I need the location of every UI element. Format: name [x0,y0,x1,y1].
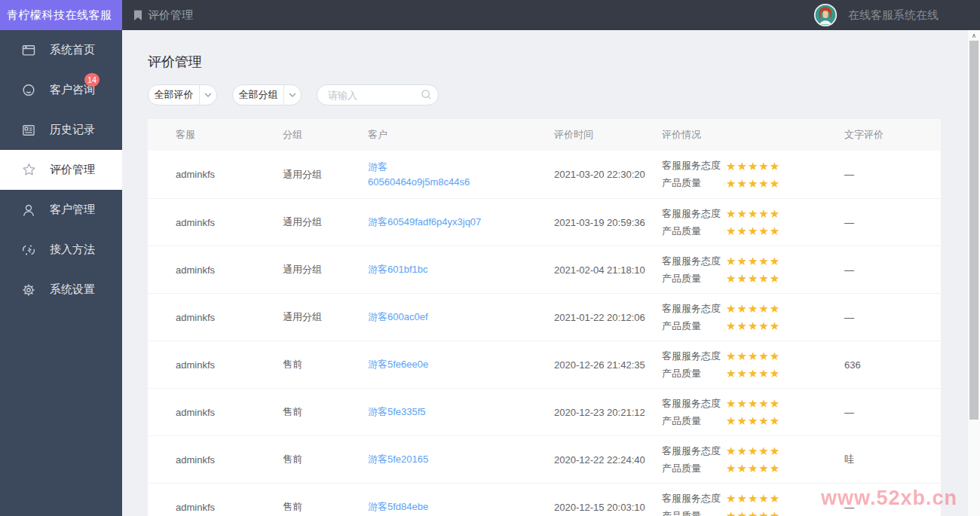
time-cell: 2020-12-26 21:42:35 [554,359,662,371]
history-icon [20,122,37,139]
search-box [317,84,439,105]
agent-cell: adminkfs [176,454,283,466]
sidebar-item-label: 系统首页 [50,43,95,57]
sidebar-item-consult[interactable]: 客户咨询 14 [0,70,122,110]
product-star-rating: ★★★★★ [726,320,780,331]
sidebar-item-reviews[interactable]: 评价管理 [0,150,122,190]
main-content: 评价管理 全部评价 全部分组 客服 分组 客户 评价时间 [122,30,980,516]
service-star-rating: ★★★★★ [726,350,780,362]
col-header-text: 文字评价 [844,128,941,142]
group-cell: 通用分组 [283,263,368,276]
customer-link[interactable]: 游客5fe335f5 [368,405,488,420]
table-body: adminkfs 通用分组 游客60560464o9j5m8c44s6 2021… [148,151,941,516]
group-cell: 售前 [283,500,368,514]
product-star-rating: ★★★★★ [726,510,780,516]
vertical-scrollbar[interactable]: ∧ [967,30,980,516]
search-icon [421,89,432,103]
rating-cell: 客服服务态度 ★★★★★ 产品质量 ★★★★★ [662,205,844,240]
table-row: adminkfs 售前 游客5fd84ebe 2020-12-15 20:03:… [148,483,941,516]
group-cell: 售前 [283,358,368,371]
sidebar-item-customers[interactable]: 客户管理 [0,190,122,230]
filter-bar: 全部评价 全部分组 [148,84,980,105]
agent-cell: adminkfs [176,407,283,418]
text-review-cell: — [844,312,941,323]
chevron-down-icon [283,85,301,105]
table-row: adminkfs 通用分组 游客60560464o9j5m8c44s6 2021… [148,151,941,198]
service-rating-label: 客服服务态度 [662,159,726,173]
product-rating-label: 产品质量 [662,462,726,475]
product-rating-label: 产品质量 [662,414,726,428]
product-star-rating: ★★★★★ [726,225,780,237]
user-status: 在线客服系统在线 [848,8,939,23]
customer-link[interactable]: 游客5fe6ee0e [368,357,488,372]
group-cell: 售前 [283,453,368,466]
product-rating-label: 产品质量 [662,319,726,333]
reviews-table: 客服 分组 客户 评价时间 评价情况 文字评价 adminkfs 通用分组 游客… [148,119,941,516]
star-icon [20,162,37,179]
group-filter-select[interactable]: 全部分组 [232,84,302,105]
app-logo: 青柠檬科技在线客服 [0,0,122,30]
time-cell: 2020-12-23 20:21:12 [554,407,662,418]
table-row: adminkfs 通用分组 游客60549fadf6p4yx3jq07 2021… [148,198,941,246]
text-review-cell: — [844,407,941,418]
time-cell: 2020-12-15 20:03:10 [554,502,662,513]
user-menu[interactable]: 在线客服系统在线 [813,3,980,27]
customer-link[interactable]: 游客60549fadf6p4yx3jq07 [368,215,488,230]
bookmark-icon [133,10,143,21]
service-rating-label: 客服服务态度 [662,350,726,363]
scroll-up-arrow-icon[interactable]: ∧ [968,30,980,41]
product-star-rating: ★★★★★ [726,273,780,284]
rating-filter-select[interactable]: 全部评价 [148,84,217,105]
rating-filter-value: 全部评价 [149,88,199,102]
service-star-rating: ★★★★★ [726,160,780,172]
connect-icon [20,242,37,258]
table-row: adminkfs 售前 游客5fe335f5 2020-12-23 20:21:… [148,388,941,435]
service-star-rating: ★★★★★ [726,493,780,504]
sidebar-item-history[interactable]: 历史记录 [0,110,122,150]
sidebar: 系统首页 客户咨询 14 历史记录 评价管理 [0,30,122,516]
service-rating-label: 客服服务态度 [662,492,726,505]
time-cell: 2021-03-20 22:30:20 [554,169,662,180]
sidebar-item-integration[interactable]: 接入方法 [0,230,122,270]
rating-cell: 客服服务态度 ★★★★★ 产品质量 ★★★★★ [662,300,844,334]
table-row: adminkfs 售前 游客5fe6ee0e 2020-12-26 21:42:… [148,340,941,388]
text-review-cell: — [844,217,941,228]
agent-cell: adminkfs [176,217,283,228]
customer-link[interactable]: 游客60560464o9j5m8c44s6 [368,160,488,190]
group-cell: 通用分组 [283,168,368,182]
customer-link[interactable]: 游客601bf1bc [368,262,488,277]
service-rating-label: 客服服务态度 [662,397,726,411]
chat-icon [20,82,37,99]
col-header-time: 评价时间 [554,128,662,142]
avatar [813,3,838,27]
customer-link[interactable]: 游客600ac0ef [368,310,488,325]
product-star-rating: ★★★★★ [726,415,780,426]
sidebar-item-settings[interactable]: 系统设置 [0,270,122,310]
scrollbar-thumb[interactable] [969,41,978,420]
sidebar-item-home[interactable]: 系统首页 [0,30,122,70]
service-star-rating: ★★★★★ [726,208,780,219]
agent-cell: adminkfs [176,169,283,180]
customer-link[interactable]: 游客5fe20165 [368,452,488,467]
topbar: 青柠檬科技在线客服 评价管理 在线客服系统在线 [0,0,980,30]
service-rating-label: 客服服务态度 [662,207,726,221]
col-header-group: 分组 [283,128,368,142]
user-icon [20,202,37,218]
home-icon [20,42,37,59]
table-header: 客服 分组 客户 评价时间 评价情况 文字评价 [148,119,941,151]
col-header-customer: 客户 [368,128,554,142]
table-row: adminkfs 通用分组 游客601bf1bc 2021-02-04 21:1… [148,246,941,293]
product-rating-label: 产品质量 [662,224,726,238]
time-cell: 2020-12-22 22:24:40 [554,454,662,466]
group-filter-value: 全部分组 [233,88,283,102]
agent-cell: adminkfs [176,312,283,323]
agent-cell: adminkfs [176,502,283,513]
text-review-cell: 哇 [844,453,941,466]
text-review-cell: 636 [844,359,941,371]
service-star-rating: ★★★★★ [726,303,780,314]
table-row: adminkfs 通用分组 游客600ac0ef 2021-01-22 20:1… [148,293,941,340]
text-review-cell: — [844,502,941,513]
customer-link[interactable]: 游客5fd84ebe [368,499,488,514]
sidebar-item-label: 系统设置 [50,282,95,297]
agent-cell: adminkfs [176,264,283,276]
